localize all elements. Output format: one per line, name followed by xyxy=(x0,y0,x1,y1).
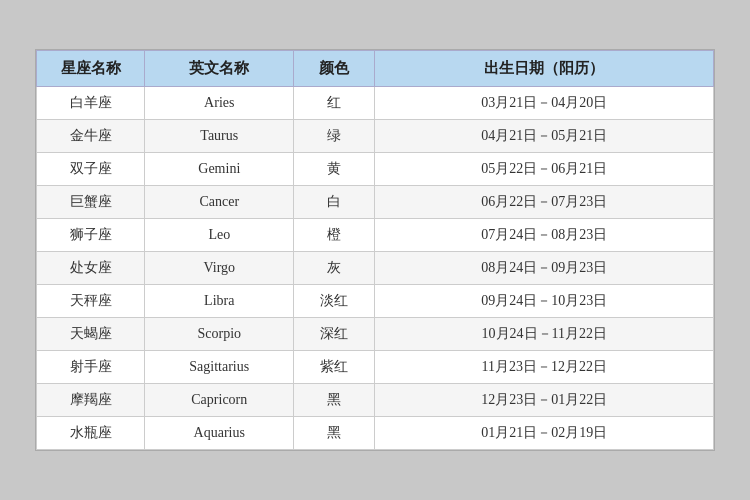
table-row: 处女座Virgo灰08月24日－09月23日 xyxy=(37,252,714,285)
cell-date: 07月24日－08月23日 xyxy=(375,219,714,252)
header-english: 英文名称 xyxy=(145,51,294,87)
table-row: 金牛座Taurus绿04月21日－05月21日 xyxy=(37,120,714,153)
table-row: 天秤座Libra淡红09月24日－10月23日 xyxy=(37,285,714,318)
cell-english: Sagittarius xyxy=(145,351,294,384)
table-row: 双子座Gemini黄05月22日－06月21日 xyxy=(37,153,714,186)
table-row: 射手座Sagittarius紫红11月23日－12月22日 xyxy=(37,351,714,384)
cell-color: 黑 xyxy=(294,417,375,450)
cell-chinese: 金牛座 xyxy=(37,120,145,153)
table-row: 白羊座Aries红03月21日－04月20日 xyxy=(37,87,714,120)
cell-color: 白 xyxy=(294,186,375,219)
cell-date: 03月21日－04月20日 xyxy=(375,87,714,120)
table-row: 水瓶座Aquarius黑01月21日－02月19日 xyxy=(37,417,714,450)
table-row: 巨蟹座Cancer白06月22日－07月23日 xyxy=(37,186,714,219)
cell-color: 绿 xyxy=(294,120,375,153)
cell-english: Virgo xyxy=(145,252,294,285)
cell-color: 灰 xyxy=(294,252,375,285)
cell-color: 淡红 xyxy=(294,285,375,318)
cell-color: 黄 xyxy=(294,153,375,186)
header-date: 出生日期（阳历） xyxy=(375,51,714,87)
cell-date: 09月24日－10月23日 xyxy=(375,285,714,318)
cell-date: 10月24日－11月22日 xyxy=(375,318,714,351)
cell-chinese: 巨蟹座 xyxy=(37,186,145,219)
table-header-row: 星座名称 英文名称 颜色 出生日期（阳历） xyxy=(37,51,714,87)
cell-chinese: 水瓶座 xyxy=(37,417,145,450)
cell-english: Leo xyxy=(145,219,294,252)
table-row: 天蝎座Scorpio深红10月24日－11月22日 xyxy=(37,318,714,351)
zodiac-table: 星座名称 英文名称 颜色 出生日期（阳历） 白羊座Aries红03月21日－04… xyxy=(36,50,714,450)
cell-english: Capricorn xyxy=(145,384,294,417)
cell-chinese: 白羊座 xyxy=(37,87,145,120)
cell-chinese: 射手座 xyxy=(37,351,145,384)
cell-english: Scorpio xyxy=(145,318,294,351)
cell-date: 05月22日－06月21日 xyxy=(375,153,714,186)
cell-chinese: 处女座 xyxy=(37,252,145,285)
cell-chinese: 双子座 xyxy=(37,153,145,186)
cell-date: 01月21日－02月19日 xyxy=(375,417,714,450)
table-body: 白羊座Aries红03月21日－04月20日金牛座Taurus绿04月21日－0… xyxy=(37,87,714,450)
cell-english: Gemini xyxy=(145,153,294,186)
cell-english: Taurus xyxy=(145,120,294,153)
cell-english: Cancer xyxy=(145,186,294,219)
cell-chinese: 狮子座 xyxy=(37,219,145,252)
cell-english: Aries xyxy=(145,87,294,120)
cell-color: 橙 xyxy=(294,219,375,252)
cell-chinese: 天蝎座 xyxy=(37,318,145,351)
zodiac-table-container: 星座名称 英文名称 颜色 出生日期（阳历） 白羊座Aries红03月21日－04… xyxy=(35,49,715,451)
cell-color: 黑 xyxy=(294,384,375,417)
cell-color: 紫红 xyxy=(294,351,375,384)
cell-chinese: 摩羯座 xyxy=(37,384,145,417)
cell-date: 04月21日－05月21日 xyxy=(375,120,714,153)
cell-date: 12月23日－01月22日 xyxy=(375,384,714,417)
cell-chinese: 天秤座 xyxy=(37,285,145,318)
cell-date: 06月22日－07月23日 xyxy=(375,186,714,219)
cell-date: 11月23日－12月22日 xyxy=(375,351,714,384)
header-chinese: 星座名称 xyxy=(37,51,145,87)
cell-english: Libra xyxy=(145,285,294,318)
cell-color: 深红 xyxy=(294,318,375,351)
cell-english: Aquarius xyxy=(145,417,294,450)
cell-color: 红 xyxy=(294,87,375,120)
table-row: 摩羯座Capricorn黑12月23日－01月22日 xyxy=(37,384,714,417)
table-row: 狮子座Leo橙07月24日－08月23日 xyxy=(37,219,714,252)
header-color: 颜色 xyxy=(294,51,375,87)
cell-date: 08月24日－09月23日 xyxy=(375,252,714,285)
